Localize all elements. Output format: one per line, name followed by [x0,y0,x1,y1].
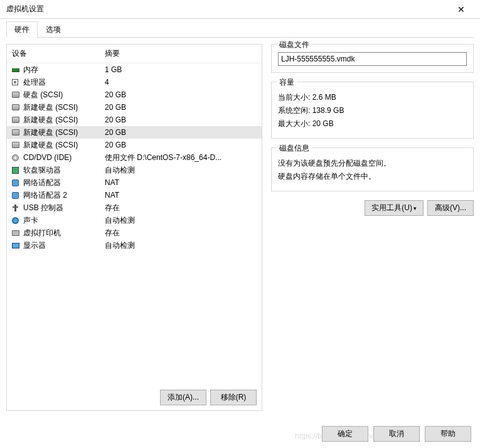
disk-info-title: 磁盘信息 [277,143,312,154]
titlebar: 虚拟机设置 ✕ [0,0,480,19]
device-summary: 4 [105,78,259,87]
device-summary: 20 GB [105,115,259,124]
device-summary: 自动检测 [105,240,259,251]
device-name: 显示器 [23,240,105,251]
device-row[interactable]: USB 控制器存在 [7,201,262,214]
device-row[interactable]: 显示器自动检测 [7,239,262,252]
device-row[interactable]: 新建硬盘 (SCSI)20 GB [7,114,262,126]
device-row[interactable]: 虚拟打印机存在 [7,227,262,239]
device-name: 处理器 [23,77,105,88]
add-button[interactable]: 添加(A)... [160,390,206,405]
device-row[interactable]: 内存1 GB [7,63,262,76]
disk-info-group: 磁盘信息 没有为该硬盘预先分配磁盘空间。 硬盘内容存储在单个文件中。 [271,147,474,191]
disp-icon [12,242,23,248]
device-name: 声卡 [23,215,105,226]
device-name: 内存 [23,65,105,75]
device-name: USB 控制器 [23,203,105,213]
usb-icon [12,205,23,211]
disk-action-buttons: 实用工具(U)▾ 高级(V)... [271,200,474,216]
device-summary: 自动检测 [105,215,259,226]
device-buttons: 添加(A)... 移除(R) [7,385,262,410]
device-row[interactable]: 新建硬盘 (SCSI)20 GB [7,126,262,139]
snd-icon [12,217,23,224]
device-summary: 使用文件 D:\CentOS-7-x86_64-D... [105,152,259,163]
disk-icon [12,104,23,110]
system-free-value: 138.9 GB [312,106,344,115]
device-name: 新建硬盘 (SCSI) [23,115,105,125]
disk-file-title: 磁盘文件 [277,40,312,50]
device-row[interactable]: CD/DVD (IDE)使用文件 D:\CentOS-7-x86_64-D... [7,151,262,164]
max-size-value: 20 GB [312,119,334,128]
device-row[interactable]: 声卡自动检测 [7,214,262,227]
disk-info-line2: 硬盘内容存储在单个文件中。 [278,171,467,182]
device-summary: 20 GB [105,141,259,149]
tab-options[interactable]: 选项 [38,21,69,38]
device-summary: NAT [105,178,259,187]
device-name: CD/DVD (IDE) [23,153,105,162]
device-name: 新建硬盘 (SCSI) [23,102,105,113]
current-size-value: 2.6 MB [312,93,336,102]
ok-button[interactable]: 确定 [322,426,368,442]
device-row[interactable]: 网络适配器 2NAT [7,189,262,201]
disk-icon [12,142,23,148]
disk-file-group: 磁盘文件 [271,44,474,73]
disk-icon [12,92,23,98]
disk-file-input[interactable] [278,52,467,66]
chevron-down-icon: ▾ [413,205,417,211]
device-summary: 1 GB [105,65,259,74]
device-list[interactable]: 设备 摘要 内存1 GB处理器4硬盘 (SCSI)20 GB新建硬盘 (SCSI… [7,45,262,385]
device-summary: 20 GB [105,90,259,99]
device-summary: NAT [105,191,259,200]
device-name: 软盘驱动器 [23,165,105,176]
device-summary: 存在 [105,228,259,238]
max-size-label: 最大大小: [278,119,310,128]
device-summary: 20 GB [105,103,259,112]
device-summary: 20 GB [105,128,259,137]
dialog-buttons: 确定 取消 帮助 [322,426,471,442]
remove-button[interactable]: 移除(R) [210,390,257,405]
help-button[interactable]: 帮助 [425,426,471,442]
header-device: 设备 [12,48,105,59]
tab-hardware[interactable]: 硬件 [6,21,38,38]
content-area: 设备 摘要 内存1 GB处理器4硬盘 (SCSI)20 GB新建硬盘 (SCSI… [0,38,480,417]
window-title: 虚拟机设置 [6,4,449,14]
device-summary: 存在 [105,203,259,213]
device-name: 虚拟打印机 [23,228,105,238]
disk-icon [12,117,23,123]
device-row[interactable]: 处理器4 [7,76,262,88]
floppy-icon [12,167,23,174]
mem-icon [12,67,23,72]
capacity-group: 容量 当前大小: 2.6 MB 系统空闲: 138.9 GB 最大大小: 20 … [271,82,474,139]
utility-label: 实用工具(U) [371,203,412,212]
device-row[interactable]: 软盘驱动器自动检测 [7,164,262,176]
tab-bar: 硬件 选项 [0,19,480,38]
utility-button[interactable]: 实用工具(U)▾ [365,200,424,216]
cancel-button[interactable]: 取消 [373,426,420,442]
header-summary: 摘要 [105,48,120,59]
cd-icon [12,154,23,161]
device-list-header: 设备 摘要 [7,45,262,63]
system-free-label: 系统空闲: [278,106,310,115]
prn-icon [12,230,23,236]
current-size-label: 当前大小: [278,93,310,102]
device-name: 网络适配器 [23,178,105,188]
device-row[interactable]: 新建硬盘 (SCSI)20 GB [7,101,262,114]
net-icon [12,192,23,199]
device-row[interactable]: 硬盘 (SCSI)20 GB [7,88,262,101]
hardware-panel: 设备 摘要 内存1 GB处理器4硬盘 (SCSI)20 GB新建硬盘 (SCSI… [6,44,262,411]
device-row[interactable]: 网络适配器NAT [7,176,262,189]
detail-panel: 磁盘文件 容量 当前大小: 2.6 MB 系统空闲: 138.9 GB 最大大小… [271,44,474,411]
device-summary: 自动检测 [105,165,259,176]
device-name: 网络适配器 2 [23,190,105,201]
advanced-button[interactable]: 高级(V)... [427,200,474,216]
device-row[interactable]: 新建硬盘 (SCSI)20 GB [7,139,262,151]
cpu-icon [12,79,23,85]
disk-icon [12,129,23,136]
net-icon [12,179,23,186]
device-name: 新建硬盘 (SCSI) [23,140,105,151]
close-icon[interactable]: ✕ [449,4,474,14]
disk-info-line1: 没有为该硬盘预先分配磁盘空间。 [278,158,467,169]
device-name: 新建硬盘 (SCSI) [23,127,105,138]
capacity-title: 容量 [277,77,297,88]
device-name: 硬盘 (SCSI) [23,90,105,100]
